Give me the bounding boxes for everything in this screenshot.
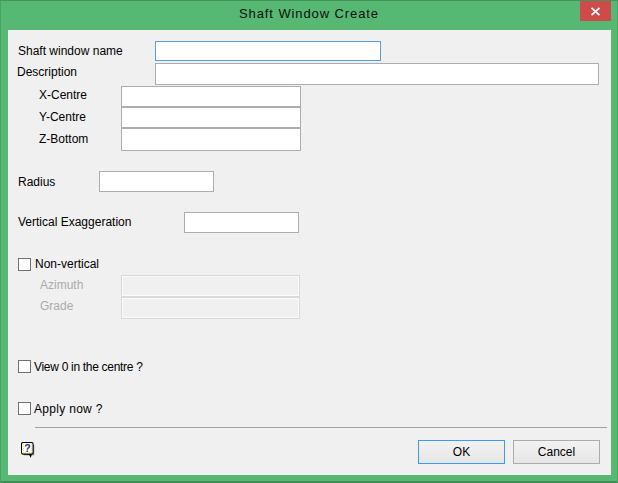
svg-text:?: ? <box>24 442 30 454</box>
